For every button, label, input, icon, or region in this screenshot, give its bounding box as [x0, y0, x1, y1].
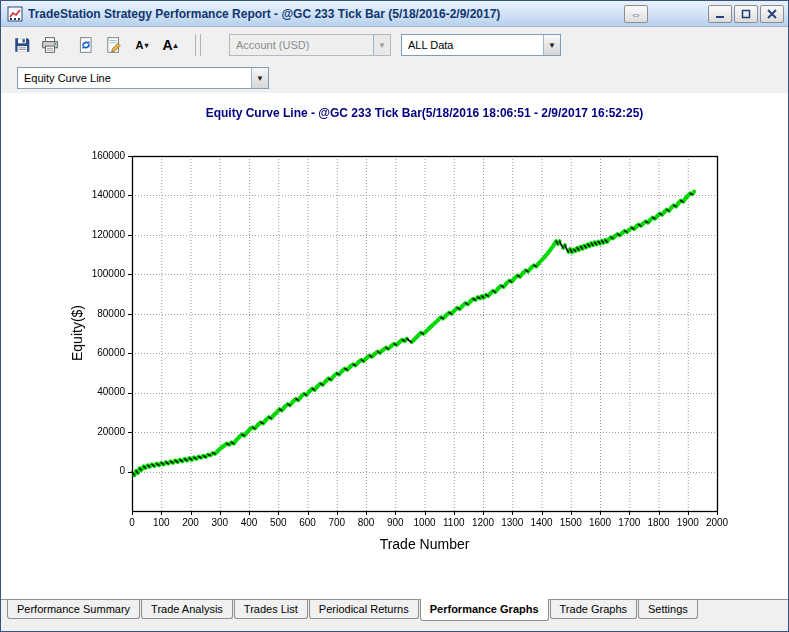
app-icon [7, 6, 23, 22]
arrow-down-icon: ▾ [144, 41, 148, 50]
chart-title: Equity Curve Line - @GC 233 Tick Bar(5/1… [132, 106, 717, 120]
graph-selector-row: Equity Curve Line ▼ [1, 63, 788, 93]
chart-panel: Equity Curve Line - @GC 233 Tick Bar(5/1… [1, 93, 788, 599]
resize-arrows-button[interactable]: ⇔ [624, 5, 648, 23]
report-settings-icon [105, 36, 123, 54]
arrow-up-icon: ▴ [174, 41, 178, 50]
minimize-button[interactable] [708, 5, 732, 23]
maximize-button[interactable] [734, 5, 758, 23]
tab-periodical-returns[interactable]: Periodical Returns [309, 600, 419, 619]
toolbar: A▾ A▴ Account (USD) ▼ ALL Data ▼ [1, 27, 788, 63]
close-icon [767, 9, 777, 19]
report-tabs: Performance Summary Trade Analysis Trade… [1, 599, 788, 631]
save-button[interactable] [9, 32, 35, 58]
save-icon [13, 36, 31, 54]
report-settings-button[interactable] [101, 32, 127, 58]
y-axis-label: Equity($) [69, 305, 85, 361]
graph-type-combobox[interactable]: Equity Curve Line ▼ [17, 67, 269, 89]
tab-settings[interactable]: Settings [638, 600, 698, 619]
chevron-down-icon: ▼ [373, 35, 390, 55]
print-icon [41, 36, 59, 54]
maximize-icon [741, 9, 751, 19]
tab-trades-list[interactable]: Trades List [234, 600, 308, 619]
tab-performance-graphs[interactable]: Performance Graphs [420, 599, 549, 621]
toolbar-separator [200, 34, 201, 56]
tab-trade-graphs[interactable]: Trade Graphs [550, 600, 637, 619]
account-combobox: Account (USD) ▼ [229, 34, 391, 56]
chevron-down-icon: ▼ [543, 35, 560, 55]
toolbar-separator [195, 34, 196, 56]
data-range-combobox[interactable]: ALL Data ▼ [401, 34, 561, 56]
decrease-font-label: A [136, 39, 144, 51]
refresh-button[interactable] [73, 32, 99, 58]
increase-font-button[interactable]: A▴ [157, 32, 183, 58]
titlebar[interactable]: TradeStation Strategy Performance Report… [1, 1, 788, 27]
increase-font-label: A [162, 37, 172, 53]
tab-trade-analysis[interactable]: Trade Analysis [141, 600, 233, 619]
window-controls: ⇔ [622, 5, 784, 23]
decrease-font-button[interactable]: A▾ [129, 32, 155, 58]
equity-curve-chart [1, 93, 788, 599]
data-range-combobox-value: ALL Data [402, 39, 543, 51]
close-button[interactable] [760, 5, 784, 23]
x-axis-label: Trade Number [132, 536, 717, 552]
account-combobox-value: Account (USD) [230, 39, 373, 51]
window-title: TradeStation Strategy Performance Report… [28, 7, 622, 21]
minimize-icon [715, 9, 725, 19]
resize-arrows-icon: ⇔ [631, 8, 642, 20]
print-button[interactable] [37, 32, 63, 58]
graph-type-combobox-value: Equity Curve Line [18, 72, 251, 84]
refresh-icon [77, 36, 95, 54]
tab-performance-summary[interactable]: Performance Summary [7, 600, 140, 619]
chevron-down-icon: ▼ [251, 68, 268, 88]
tradestation-report-window: TradeStation Strategy Performance Report… [0, 0, 789, 632]
